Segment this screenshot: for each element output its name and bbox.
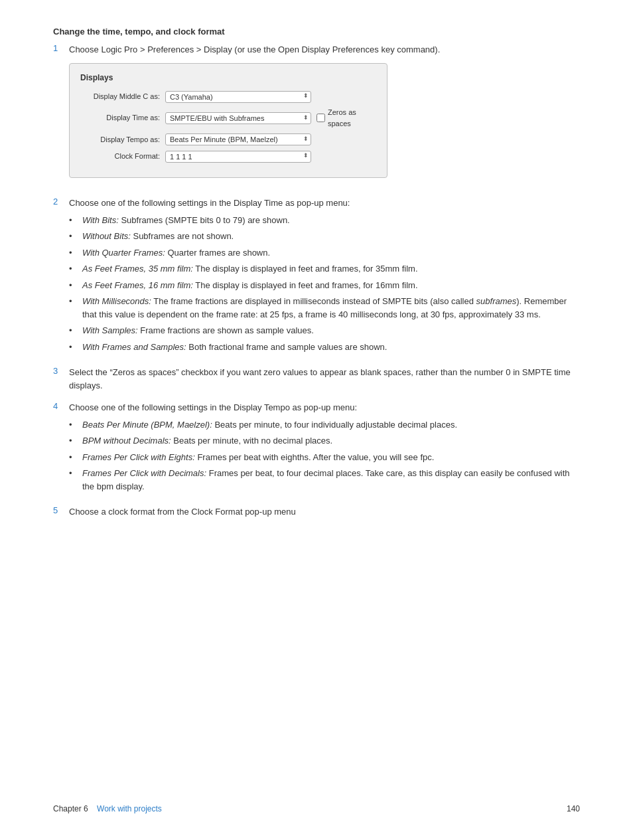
select-wrapper-middle-c[interactable]: C3 (Yamaha) xyxy=(165,90,311,104)
step-1: 1 Choose Logic Pro > Preferences > Displ… xyxy=(53,43,580,187)
select-tempo[interactable]: Beats Per Minute (BPM, Maelzel) xyxy=(165,133,311,145)
select-clock[interactable]: 1 1 1 1 xyxy=(165,151,311,163)
bullet-item-without-bits: • Without Bits: Subframes are not shown. xyxy=(69,230,580,243)
panel-title: Displays xyxy=(80,72,376,84)
label-time: Display Time as: xyxy=(80,112,160,124)
bullet-item-with-bits: • With Bits: Subframes (SMPTE bits 0 to … xyxy=(69,214,580,227)
zeros-as-spaces-row: Zeros as spaces xyxy=(316,107,376,129)
form-row-time: Display Time as: SMPTE/EBU with Subframe… xyxy=(80,107,376,129)
step-2: 2 Choose one of the following settings i… xyxy=(53,197,580,357)
step-1-number: 1 xyxy=(53,43,65,53)
zeros-as-spaces-checkbox[interactable] xyxy=(316,114,325,122)
footer-chapter: Chapter 6 Work with projects xyxy=(53,804,162,813)
step-2-number: 2 xyxy=(53,197,65,207)
form-row-middle-c: Display Middle C as: C3 (Yamaha) xyxy=(80,90,376,104)
bullet-item-35mm: • As Feet Frames, 35 mm film: The displa… xyxy=(69,262,580,276)
select-wrapper-clock[interactable]: 1 1 1 1 xyxy=(165,150,311,163)
bullet-item-frames-and-samples: • With Frames and Samples: Both fraction… xyxy=(69,341,580,354)
step-3: 3 Select the “Zeros as spaces” checkbox … xyxy=(53,366,580,392)
form-row-tempo: Display Tempo as: Beats Per Minute (BPM,… xyxy=(80,133,376,146)
bullet-item-milliseconds: • With Milliseconds: The frame fractions… xyxy=(69,295,580,321)
step-5-text: Choose a clock format from the Clock For… xyxy=(69,507,296,517)
select-wrapper-tempo[interactable]: Beats Per Minute (BPM, Maelzel) xyxy=(165,133,311,146)
bullet-item-fpc-decimals: • Frames Per Click with Decimals: Frames… xyxy=(69,467,580,493)
displays-panel: Displays Display Middle C as: C3 (Yamaha… xyxy=(69,63,387,179)
bullet-list-step4: • Beats Per Minute (BPM, Maelzel): Beats… xyxy=(69,418,580,493)
bullet-item-bpm-no-decimals: • BPM without Decimals: Beats per minute… xyxy=(69,434,580,448)
form-row-clock: Clock Format: 1 1 1 1 xyxy=(80,150,376,163)
step-3-text: Select the “Zeros as spaces” checkbox if… xyxy=(69,367,571,390)
step-3-number: 3 xyxy=(53,366,65,376)
step-5-number: 5 xyxy=(53,505,65,515)
bullet-list-step2: • With Bits: Subframes (SMPTE bits 0 to … xyxy=(69,214,580,354)
footer-chapter-link[interactable]: Work with projects xyxy=(97,804,162,813)
select-wrapper-time[interactable]: SMPTE/EBU with Subframes xyxy=(165,112,311,125)
step-5: 5 Choose a clock format from the Clock F… xyxy=(53,505,580,519)
step-4: 4 Choose one of the following settings i… xyxy=(53,401,580,496)
label-middle-c: Display Middle C as: xyxy=(80,91,160,102)
footer-page-number: 140 xyxy=(567,804,580,813)
zeros-as-spaces-label: Zeros as spaces xyxy=(328,107,376,129)
bullet-item-quarter-frames: • With Quarter Frames: Quarter frames ar… xyxy=(69,246,580,260)
select-middle-c[interactable]: C3 (Yamaha) xyxy=(165,91,311,103)
step-4-text: Choose one of the following settings in … xyxy=(69,402,357,412)
footer-chapter-label: Chapter 6 xyxy=(53,804,88,813)
select-time[interactable]: SMPTE/EBU with Subframes xyxy=(165,112,311,124)
bullet-item-16mm: • As Feet Frames, 16 mm film: The displa… xyxy=(69,279,580,292)
bullet-item-bpm-maelzel: • Beats Per Minute (BPM, Maelzel): Beats… xyxy=(69,418,580,432)
step-2-text: Choose one of the following settings in … xyxy=(69,198,350,208)
label-tempo: Display Tempo as: xyxy=(80,134,160,145)
step-1-text: Choose Logic Pro > Preferences > Display… xyxy=(69,44,440,54)
step-4-number: 4 xyxy=(53,401,65,411)
page-footer: Chapter 6 Work with projects 140 xyxy=(53,804,580,813)
section-title: Change the time, tempo, and clock format xyxy=(53,27,580,37)
label-clock: Clock Format: xyxy=(80,151,160,162)
bullet-item-samples: • With Samples: Frame fractions are show… xyxy=(69,324,580,337)
bullet-item-fpc-eights: • Frames Per Click with Eights: Frames p… xyxy=(69,451,580,464)
